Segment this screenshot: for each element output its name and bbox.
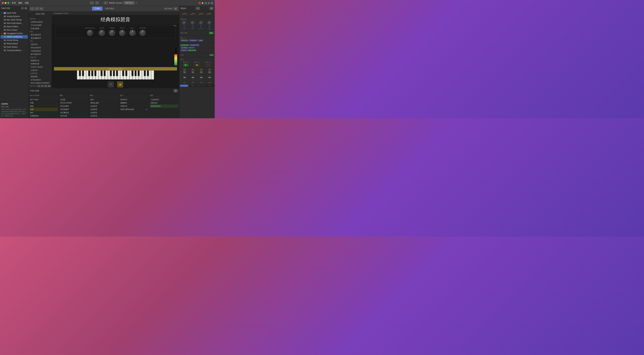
ps-item[interactable]: 音频通道条 ›: [30, 114, 58, 118]
close-button[interactable]: [2, 2, 4, 4]
patch-menu-button[interactable]: ⊕: [24, 7, 27, 10]
patch-item-sea-of-glass[interactable]: Sea of Glass: [0, 28, 28, 32]
ch-label-2[interactable]: 节拍器: [188, 84, 197, 87]
pl-item[interactable]: 土星主音: [28, 69, 52, 72]
channel-strip-add[interactable]: +: [196, 7, 200, 10]
fader-2[interactable]: [192, 74, 193, 82]
knob-modulation-control[interactable]: [87, 30, 93, 36]
ps-item[interactable]: 原声 ›: [90, 98, 118, 101]
solo-btn-4[interactable]: S: [208, 71, 211, 73]
knob-reverb-control[interactable]: [140, 30, 146, 36]
toolbar-icon-1[interactable]: i: [30, 7, 34, 10]
solo-btn-1[interactable]: S: [183, 71, 186, 73]
pl-item[interactable]: 脉冲连奏贝司: [28, 52, 52, 56]
patch-item-airship-rising[interactable]: Airship Rising: [0, 38, 28, 42]
toolbar-menu-icon[interactable]: ⊕: [174, 7, 178, 10]
plugin-channel-eq[interactable]: Channel EQ: [188, 50, 196, 51]
knob-delay-control[interactable]: [129, 30, 136, 36]
send-large-plugin[interactable]: Large: [210, 54, 214, 56]
expression-knob-3[interactable]: [199, 21, 204, 25]
fader-1[interactable]: [184, 74, 185, 82]
menu-edit[interactable]: 编辑: [18, 2, 22, 4]
pl-item[interactable]: 失真古钢琴: [28, 27, 52, 30]
ps-item[interactable]: 闪烁灯光: [120, 104, 148, 108]
pl-item[interactable]: 氛围感主音: [28, 59, 52, 62]
patch-item-analog-spheres[interactable]: Analog Spheres: [0, 15, 28, 18]
mute-btn-1[interactable]: M: [183, 68, 186, 71]
pl-item[interactable]: 怀旧合成贝司: [28, 46, 52, 49]
channel-strip-menu[interactable]: ⊕: [210, 7, 214, 10]
pl-item[interactable]: 真实马林巴琴: [28, 33, 52, 36]
rewind-button[interactable]: ⏭: [208, 2, 210, 4]
pl-item[interactable]: 打击乐广场主音: [28, 66, 52, 69]
pl-item[interactable]: 慢速合成铜管乐音量调节: [28, 82, 52, 84]
nav-left-btn[interactable]: ◀: [44, 85, 47, 87]
output-3-icon[interactable]: [206, 64, 210, 66]
ps-item[interactable]: 回路运动: [150, 101, 178, 104]
ps-item[interactable]: 输出 ›: [30, 111, 58, 114]
plugin-retrosyn[interactable]: RetroSyn: [180, 39, 188, 42]
ps-item[interactable]: 合成和弦 ›: [90, 111, 118, 114]
patch-item-classic-analog-arp[interactable]: Classic Analog Arp: [0, 35, 28, 38]
sequencer-icon-btn[interactable]: ▣: [117, 81, 123, 88]
output-1-icon[interactable]: [184, 64, 188, 66]
ch-label-3[interactable]: Large...Studio: [197, 84, 206, 87]
record-button[interactable]: [198, 2, 201, 4]
ps-item[interactable]: 合成音层 ›: [90, 114, 118, 118]
pl-item[interactable]: 大锯齿波低音: [28, 49, 52, 52]
ps-item[interactable]: 合成转钮 ›: [90, 108, 118, 111]
stop-button[interactable]: ⏮: [205, 2, 207, 4]
ps-item[interactable]: 乐器通道条 ›: [30, 118, 58, 118]
ch-label-1[interactable]: Classig Arp: [180, 84, 188, 87]
fader-4[interactable]: [209, 74, 210, 82]
pl-item[interactable]: 70 年代古钢琴: [28, 24, 52, 27]
knob-filter-control[interactable]: [99, 30, 105, 36]
add-icon[interactable]: ⊕: [146, 108, 147, 110]
keyboard-svg[interactable]: // Will be rendered via SVG rects below: [54, 70, 177, 80]
pl-item[interactable]: 真实感颤音琴: [28, 36, 52, 40]
ps-item[interactable]: 尚普兰康离合成器 ⊕: [120, 108, 148, 111]
plugin-large[interactable]: Large: [198, 39, 204, 42]
help-icon[interactable]: ?: [95, 2, 99, 4]
pl-item[interactable]: 史诗合成弦乐: [28, 78, 52, 82]
ps-item-active[interactable]: 经典模拟琶音: [150, 104, 178, 108]
plugin-compressor[interactable]: St-Delay: [180, 46, 188, 49]
ps-item[interactable]: 音频 ›: [30, 101, 58, 104]
toolbar-pencil[interactable]: ✏: [40, 7, 44, 10]
nav-down-btn[interactable]: ▼: [41, 85, 44, 87]
expression-knob-2[interactable]: [190, 21, 195, 25]
toolbar-icon-2[interactable]: ?: [35, 7, 39, 10]
sustain-icon-btn[interactable]: ⊓: [108, 81, 114, 88]
ps-item[interactable]: 合成贝司 ›: [90, 104, 118, 108]
info-icon[interactable]: i: [90, 2, 94, 4]
nav-right-btn[interactable]: ▶: [48, 85, 51, 87]
knob-shape-control[interactable]: [119, 30, 126, 36]
nav-up-btn[interactable]: ▲: [38, 85, 40, 87]
patch-item-epic-synth[interactable]: Epic Synth Strings: [0, 18, 28, 22]
patch-settings-menu[interactable]: ⊕: [174, 89, 178, 92]
mute-btn-4[interactable]: M: [208, 68, 211, 71]
knob-timbre-control[interactable]: [109, 30, 115, 36]
patch-item-space-glitters[interactable]: Space Glitters: [0, 25, 28, 28]
solo-btn-3[interactable]: S: [200, 71, 203, 73]
mute-btn-3[interactable]: M: [200, 68, 203, 71]
ps-item[interactable]: 怀旧古钢琴 ›: [60, 104, 88, 108]
maximize-button[interactable]: [8, 2, 9, 4]
ps-item-instrument[interactable]: 乐器 ›: [30, 108, 58, 111]
plugin-chorus[interactable]: Compressor: [180, 44, 189, 46]
patch-item-glass-motion[interactable]: Glass Motion: [0, 45, 28, 49]
ch-label-4[interactable]: Output: [206, 84, 214, 87]
folder-arpeggiated-synths[interactable]: ▼ Arpeggiated Synths: [0, 32, 28, 35]
pl-item[interactable]: 经典同步器: [28, 62, 52, 66]
ps-item[interactable]: 入迷的和弦: [150, 98, 178, 101]
ps-item[interactable]: 合成器 ›: [60, 98, 88, 101]
menu-layout[interactable]: 布局: [12, 2, 16, 4]
midi-effect-badge[interactable]: Arp: [209, 32, 214, 34]
minimize-button[interactable]: [5, 2, 6, 4]
plugin-klopfgeist[interactable]: Klopfgeist: [189, 39, 198, 42]
ps-item[interactable]: 老式魔音器 ›: [60, 111, 88, 114]
ps-item[interactable]: 辅助 ›: [30, 104, 58, 108]
solo-btn-2[interactable]: S: [192, 71, 194, 73]
tab-mapping[interactable]: 分配与映射: [102, 7, 117, 10]
folder-synth-pads[interactable]: ▼ Synth Pads: [0, 11, 28, 15]
